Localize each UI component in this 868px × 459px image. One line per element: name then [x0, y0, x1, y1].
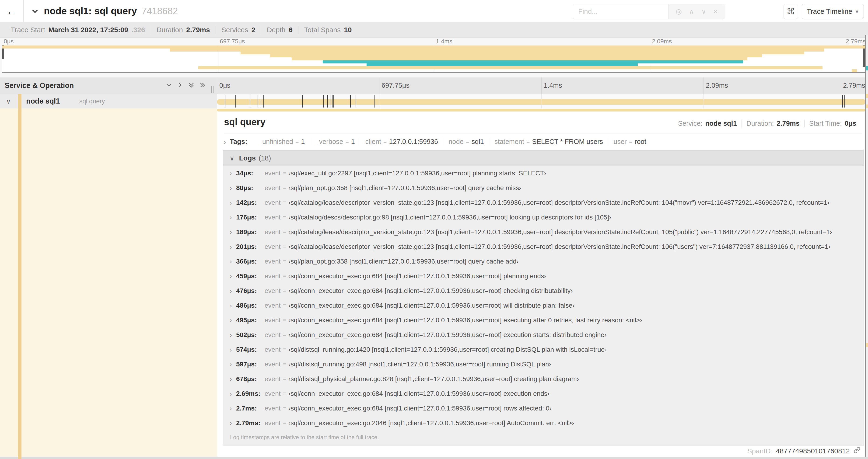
tag-item: user=root [608, 138, 651, 145]
log-event-tick [330, 95, 331, 107]
equals-sign: = [283, 405, 286, 412]
minimap-span-bar [2, 45, 866, 48]
summary-item-suffix: .326 [131, 26, 145, 34]
log-row[interactable]: ›142μs:event=‹sql/catalog/lease/descript… [223, 195, 864, 210]
keyboard-shortcuts-button[interactable]: ⌘ [783, 4, 798, 19]
timeline-tick-label: 2.79ms [846, 38, 866, 45]
equals-sign: = [466, 138, 469, 145]
equals-sign: = [346, 138, 349, 145]
log-row[interactable]: ›495μs:event=‹sql/conn_executor_exec.go:… [223, 313, 864, 327]
chevron-down-icon: ∨ [229, 154, 235, 162]
find-input[interactable] [573, 4, 668, 19]
chevron-right-icon: › [229, 360, 236, 368]
summary-item-value: 6 [289, 26, 293, 34]
tag-item: statement=SELECT * FROM users [489, 138, 608, 145]
minimap-span-bar [241, 51, 804, 54]
minimap-span-bar [323, 60, 743, 63]
log-timestamp: 142μs: [236, 199, 265, 206]
log-timestamp: 2.79ms: [236, 419, 265, 427]
minimap-span-bar [292, 57, 748, 60]
expand-one-icon[interactable] [177, 81, 184, 90]
collapse-all-icon[interactable] [188, 81, 195, 90]
log-row[interactable]: ›366μs:event=‹sql/plan_opt.go:358 [nsql1… [223, 254, 864, 269]
log-timestamp: 34μs: [236, 170, 265, 177]
timeline-tick-label: 0μs [217, 81, 230, 89]
log-row[interactable]: ›597μs:event=‹sql/distsql_running.go:498… [223, 357, 864, 371]
tag-key: client [365, 138, 381, 145]
tag-key: statement [494, 138, 524, 145]
log-row[interactable]: ›678μs:event=‹sql/distsql_physical_plann… [223, 371, 864, 386]
trace-summary-bar: Trace StartMarch 31 2022, 17:25:09.326Du… [0, 22, 868, 38]
log-row[interactable]: ›476μs:event=‹sql/conn_executor_exec.go:… [223, 283, 864, 298]
log-row[interactable]: ›176μs:event=‹sql/catalog/descs/descript… [223, 210, 864, 225]
back-button[interactable]: ← [0, 0, 24, 22]
minimap-span-bar [367, 63, 638, 66]
log-row[interactable]: ›189μs:event=‹sql/catalog/lease/descript… [223, 225, 864, 239]
log-field-key: event [265, 361, 281, 368]
expand-all-icon[interactable] [199, 81, 206, 90]
span-collapse-chevron-icon[interactable]: ∨ [6, 94, 11, 108]
log-event-tick [323, 95, 324, 107]
equals-sign: = [283, 243, 286, 250]
scrollbar-strip[interactable] [865, 35, 868, 459]
log-field-value: ‹sql/distsql_running.go:1420 [nsql1,clie… [288, 346, 607, 353]
trace-title-bar: node sql1: sql query 7418682 [31, 0, 178, 22]
equals-sign: = [283, 288, 286, 294]
clear-icon[interactable]: × [714, 8, 718, 15]
timeline-tick-label: 0μs [2, 38, 13, 45]
tag-value: SELECT * FROM users [532, 138, 603, 145]
find-bar: ◎∧∨× [573, 4, 725, 19]
log-row[interactable]: ›574μs:event=‹sql/distsql_running.go:142… [223, 342, 864, 357]
tag-item: _verbose=1 [310, 138, 360, 145]
summary-item-value: 2.79ms [186, 26, 210, 34]
log-field-key: event [265, 346, 281, 353]
log-field-value: ‹sql/plan_opt.go:358 [nsql1,client=127.0… [288, 258, 519, 265]
minimap-span-bar [852, 69, 857, 72]
timeline-tick-label: 2.09ms [650, 38, 672, 45]
collapse-one-icon[interactable] [165, 81, 173, 90]
detail-meta-label: Duration: [746, 120, 774, 127]
chevron-right-icon: › [229, 404, 236, 412]
log-timestamp: 176μs: [236, 214, 265, 221]
equals-sign: = [283, 420, 286, 426]
span-row-timeline[interactable] [217, 94, 866, 108]
column-resize-handle[interactable] [211, 86, 217, 93]
prev-match-icon[interactable]: ∧ [689, 8, 694, 15]
collapse-trace-chevron-icon[interactable] [31, 7, 39, 15]
logs-accordion-header[interactable]: ∨ Logs (18) [223, 151, 864, 166]
log-row[interactable]: ›80μs:event=‹sql/plan_opt.go:358 [nsql1,… [223, 181, 864, 195]
span-id-label: SpanID: [747, 447, 773, 455]
log-event-tick [264, 95, 264, 107]
log-row[interactable]: ›2.7ms:event=‹sql/conn_executor_exec.go:… [223, 401, 864, 416]
log-row[interactable]: ›486μs:event=‹sql/conn_executor_exec.go:… [223, 298, 864, 313]
summary-item-value: 2 [251, 26, 255, 34]
summary-item-value: March 31 2022, 17:25:09 [48, 26, 128, 34]
span-row-name-cell[interactable]: ∨ node sql1 sql query [0, 94, 217, 108]
detail-meta: Service:node sql1Duration:2.79msStart Ti… [673, 120, 861, 127]
tags-accordion[interactable]: › Tags: _unfinished=1_verbose=1client=12… [223, 137, 651, 146]
log-row[interactable]: ›2.69ms:event=‹sql/conn_executor_exec.go… [223, 386, 864, 401]
deep-link-icon[interactable] [853, 446, 861, 456]
log-row[interactable]: ›502μs:event=‹sql/conn_executor_exec.go:… [223, 327, 864, 342]
chevron-right-icon: › [229, 302, 236, 309]
equals-sign: = [283, 332, 286, 338]
logs-footnote: Log timestamps are relative to the start… [223, 430, 864, 445]
trace-id: 7418682 [142, 6, 178, 16]
log-timestamp: 459μs: [236, 272, 265, 280]
scroll-marker-tan [866, 343, 868, 347]
view-selector-button[interactable]: Trace Timeline ∨ [802, 4, 864, 19]
log-event-tick [374, 95, 375, 107]
next-match-icon[interactable]: ∨ [701, 8, 706, 15]
log-field-key: event [265, 184, 281, 192]
log-row[interactable]: ›459μs:event=‹sql/conn_executor_exec.go:… [223, 269, 864, 283]
log-row[interactable]: ›34μs:event=‹sql/exec_util.go:2297 [nsql… [223, 166, 864, 181]
log-timestamp: 502μs: [236, 331, 265, 339]
log-event-tick [332, 95, 333, 107]
chevron-right-icon: › [229, 169, 236, 177]
log-row[interactable]: ›2.79ms:event=‹sql/conn_executor_exec.go… [223, 416, 864, 430]
log-field-value: ‹sql/catalog/lease/descriptor_version_st… [288, 228, 832, 236]
locate-icon[interactable]: ◎ [676, 8, 682, 15]
minimap-canvas[interactable] [2, 45, 866, 73]
log-row[interactable]: ›201μs:event=‹sql/catalog/lease/descript… [223, 239, 864, 254]
timeline-tick-label: 2.09ms [704, 81, 728, 89]
